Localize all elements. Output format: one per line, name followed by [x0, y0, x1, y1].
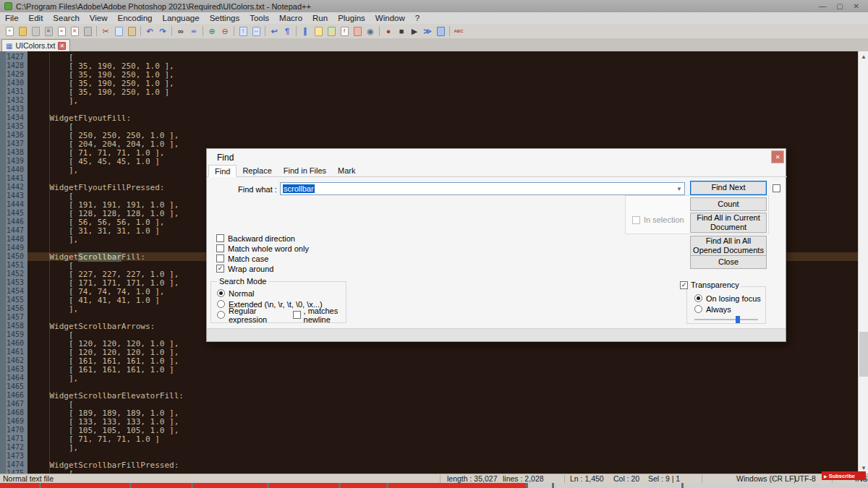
- menu-item-[interactable]: ?: [410, 12, 425, 24]
- menu-item-window[interactable]: Window: [370, 12, 410, 24]
- find-next-button[interactable]: Find Next: [690, 181, 767, 195]
- radio-button[interactable]: [694, 305, 702, 313]
- menu-item-view[interactable]: View: [85, 12, 113, 24]
- close-window-button[interactable]: ✕: [854, 2, 859, 10]
- editor-line-1436[interactable]: [ 250, 250, 250, 1.0 ],: [27, 131, 858, 140]
- editor-line-1471[interactable]: [ 71, 71, 71, 1.0 ]: [27, 435, 858, 443]
- editor-line-1466[interactable]: WidgetScrollbarElevatorFill:: [27, 391, 858, 400]
- editor-line-1468[interactable]: [ 189, 189, 189, 1.0 ],: [27, 408, 858, 417]
- checkbox[interactable]: [216, 265, 224, 273]
- radio-button[interactable]: [217, 289, 225, 297]
- show-all-characters-icon[interactable]: ¶: [281, 25, 293, 37]
- editor-line-1428[interactable]: [ 35, 190, 250, 1.0 ],: [27, 61, 858, 70]
- video-progress-bar[interactable]: [0, 483, 868, 488]
- editor-line-1430[interactable]: [ 35, 190, 250, 1.0 ],: [27, 79, 858, 87]
- monitoring-icon[interactable]: ◉: [365, 25, 376, 37]
- find-what-input[interactable]: scrollbar ▼: [280, 182, 685, 195]
- option-wrap-around[interactable]: Wrap around: [216, 265, 309, 273]
- find-dialog-tab-find-in-files[interactable]: Find in Files: [278, 165, 332, 177]
- editor-line-1434[interactable]: WidgetFlyoutFill:: [27, 114, 858, 122]
- macro-play-icon[interactable]: ▶: [409, 25, 420, 37]
- menu-item-language[interactable]: Language: [157, 12, 204, 24]
- document-map-icon[interactable]: [326, 25, 337, 37]
- in-selection-row[interactable]: In selection: [632, 215, 684, 224]
- vertical-scrollbar[interactable]: ▲ ▼: [858, 51, 868, 474]
- editor-line-1462[interactable]: [ 161, 161, 161, 1.0 ],: [27, 356, 858, 365]
- close-button[interactable]: Close: [690, 255, 767, 269]
- progress-segment[interactable]: [684, 483, 868, 488]
- progress-segment[interactable]: [132, 483, 191, 488]
- progress-segment[interactable]: [341, 483, 386, 488]
- transparency-checkbox[interactable]: [680, 281, 688, 289]
- progress-segment[interactable]: [528, 483, 552, 488]
- editor-line-1431[interactable]: [ 35, 190, 250, 1.0 ]: [27, 87, 858, 96]
- editor-line-1433[interactable]: [27, 105, 858, 114]
- editor-line-1465[interactable]: [27, 382, 858, 391]
- word-wrap-icon[interactable]: ↩: [268, 25, 280, 37]
- new-file-icon[interactable]: +: [4, 25, 15, 37]
- menu-item-encoding[interactable]: Encoding: [113, 12, 158, 24]
- find-dialog-tab-mark[interactable]: Mark: [332, 165, 361, 177]
- menu-item-tools[interactable]: Tools: [244, 12, 274, 24]
- matches-newline-checkbox[interactable]: [293, 311, 301, 319]
- find-all-current-button[interactable]: Find All in Current Document: [690, 213, 767, 233]
- editor-line-1435[interactable]: [: [27, 122, 858, 131]
- search-mode-normal[interactable]: Normal: [217, 289, 346, 297]
- radio-button[interactable]: [217, 300, 225, 308]
- folder-as-workspace-icon[interactable]: [352, 25, 363, 37]
- undo-icon[interactable]: ↶: [144, 25, 156, 37]
- editor-line-1427[interactable]: [: [27, 53, 858, 61]
- option-match-whole-word-only[interactable]: Match whole word only: [216, 244, 309, 252]
- paste-icon[interactable]: [126, 25, 137, 37]
- save-icon[interactable]: [30, 25, 41, 37]
- menu-item-plugins[interactable]: Plugins: [333, 12, 370, 24]
- checkbox[interactable]: [216, 244, 224, 252]
- checkbox[interactable]: [216, 254, 224, 262]
- close-all-icon[interactable]: ⨯: [69, 25, 80, 37]
- radio-button[interactable]: [694, 294, 702, 302]
- redo-icon[interactable]: ↷: [157, 25, 169, 37]
- search-mode-regular[interactable]: Regular expression, matches newline: [217, 311, 346, 319]
- editor-line-1472[interactable]: ],: [27, 443, 858, 452]
- radio-button[interactable]: [217, 311, 225, 319]
- maximize-button[interactable]: ▢: [836, 2, 843, 10]
- progress-segment[interactable]: [269, 483, 339, 488]
- editor-line-1473[interactable]: [27, 452, 858, 461]
- function-list-icon[interactable]: f: [339, 25, 350, 37]
- editor-line-1474[interactable]: WidgetScrollbarFillPressed:: [27, 461, 858, 469]
- transparency-slider[interactable]: [694, 316, 758, 323]
- macro-save-icon[interactable]: [435, 25, 446, 37]
- menu-item-search[interactable]: Search: [48, 12, 84, 24]
- open-file-icon[interactable]: [17, 25, 28, 37]
- user-doc-icon[interactable]: [312, 25, 324, 37]
- editor-line-1429[interactable]: [ 35, 190, 250, 1.0 ],: [27, 70, 858, 79]
- find-all-opened-button[interactable]: Find All in All Opened Documents: [690, 236, 767, 256]
- chevron-down-icon[interactable]: ▼: [676, 186, 682, 192]
- sync-vertical-icon[interactable]: ↕: [237, 25, 249, 37]
- copy-icon[interactable]: [113, 25, 124, 37]
- cut-icon[interactable]: ✂: [100, 25, 111, 37]
- zoom-in-icon[interactable]: ⊕: [206, 25, 218, 37]
- transparency-on-losing-focus[interactable]: On losing focus: [694, 294, 761, 302]
- spell-check-icon[interactable]: ABC: [453, 25, 464, 37]
- transparency-always[interactable]: Always: [694, 305, 761, 313]
- find-dialog-tab-find[interactable]: Find: [208, 165, 237, 177]
- replace-icon[interactable]: ab: [188, 25, 200, 37]
- progress-segment[interactable]: [0, 483, 39, 488]
- menu-item-file[interactable]: File: [0, 12, 24, 24]
- editor-line-1469[interactable]: [ 133, 133, 133, 1.0 ],: [27, 417, 858, 426]
- find-icon[interactable]: ∞: [175, 25, 187, 37]
- zoom-out-icon[interactable]: ⊖: [219, 25, 231, 37]
- slider-thumb[interactable]: [736, 316, 740, 323]
- print-icon[interactable]: [82, 25, 93, 37]
- editor-line-1437[interactable]: [ 204, 204, 204, 1.0 ],: [27, 140, 858, 148]
- editor-line-1470[interactable]: [ 105, 105, 105, 1.0 ],: [27, 426, 858, 435]
- macro-record-icon[interactable]: ●: [383, 25, 394, 37]
- menu-item-edit[interactable]: Edit: [24, 12, 48, 24]
- subscribe-button[interactable]: ▶ Subscribe: [822, 471, 866, 480]
- option-backward-direction[interactable]: Backward direction: [216, 234, 309, 242]
- in-selection-checkbox[interactable]: [632, 216, 640, 224]
- transparency-row[interactable]: Transparency: [678, 281, 741, 289]
- checkbox[interactable]: [216, 234, 224, 242]
- editor-line-1461[interactable]: [ 120, 120, 120, 1.0 ],: [27, 348, 858, 356]
